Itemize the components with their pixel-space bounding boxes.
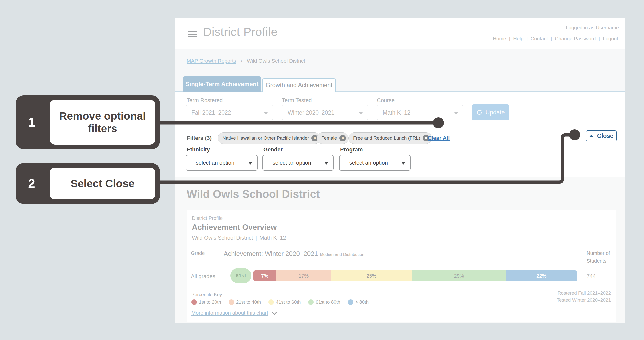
term-rostered-select[interactable]: Fall 2021–2022 [186,105,273,120]
legend-item: 61st to 80th [308,299,340,305]
filter-chip-label: Free and Reduced Lunch (FRL) [353,135,420,141]
rostered-footnote: Rostered Fall 2021–2022 [558,290,611,296]
legend-dot [348,299,354,305]
course-label: Course [377,97,395,104]
percentile-key-title: Percentile Key [192,292,222,297]
remove-filter-icon[interactable]: × [340,135,346,141]
nav-separator: | [526,36,528,42]
clear-all-link[interactable]: Clear All [428,135,450,141]
chevron-down-icon [325,162,328,165]
distribution-segment: 25% [331,270,412,281]
gender-label: Gender [263,146,282,153]
hamburger-menu-icon[interactable] [188,31,197,39]
distribution-segment: 22% [506,270,577,281]
card-eyebrow: District Profile [192,215,223,221]
card-subtitle: Wild Owls School District|Math K–12 [192,235,286,241]
chevron-down-icon [454,112,458,114]
chevron-down-icon [272,309,277,315]
nav-logout[interactable]: Logout [603,36,618,42]
filter-chip-label: Female [321,135,337,141]
district-heading: Wild Owls School District [187,188,320,200]
filter-chip-label: Native Hawaiian or Other Pacific Islande… [222,135,309,141]
table-border [187,245,616,245]
step-number: 2 [16,163,48,204]
filter-chip-program: Free and Reduced Lunch (FRL) × [348,132,432,144]
nav-help[interactable]: Help [513,36,524,42]
distribution-segment: 7% [253,270,276,281]
ethnicity-select[interactable]: -- select an option -- [186,155,258,171]
page-title: District Profile [203,25,278,39]
term-tested-label: Term Tested [282,97,312,104]
report-region: Wild Owls School District District Profi… [175,177,625,323]
legend-dot [268,299,274,305]
app-window: District Profile Logged in as Username H… [175,19,625,323]
step-number: 1 [16,95,48,149]
triangle-up-icon [589,135,594,137]
number-of-students-value: 744 [586,273,596,279]
nav-home[interactable]: Home [493,36,506,42]
breadcrumb: MAP Growth Reports › Wild Owls School Di… [187,58,305,64]
breadcrumb-link-map-growth-reports[interactable]: MAP Growth Reports [187,58,236,64]
term-tested-select[interactable]: Winter 2020–2021 [282,105,368,120]
percentile-key-legend: 1st to 20th 21st to 40th 41st to 60th 61… [192,299,369,305]
legend-item: 21st to 40th [229,299,261,305]
breadcrumb-current: Wild Owls School District [247,58,305,64]
more-information-link[interactable]: More information about this chart [192,310,275,316]
logged-in-status: Logged in as Username [566,25,619,31]
step-label: Select Close [48,165,158,202]
program-label: Program [340,146,363,153]
distribution-segment: 17% [276,270,331,281]
legend-item: 41st to 60th [268,299,300,305]
distribution-bar: 7% 17% 25% 29% 22% [253,270,577,281]
update-button[interactable]: Update [472,104,509,120]
legend-dot [229,299,234,305]
distribution-segment: 29% [412,270,506,281]
chevron-down-icon [402,162,405,165]
chevron-down-icon [264,112,268,114]
median-percentile-badge: 61st [230,268,251,283]
filter-chip-ethnicity: Native Hawaiian or Other Pacific Islande… [218,132,320,144]
nav-separator: | [551,36,552,42]
nav-separator: | [598,36,600,42]
legend-item: > 80th [348,299,369,305]
ethnicity-label: Ethnicity [187,146,210,153]
filters-count-label: Filters (3) [187,135,212,141]
annotation-callout-2: 2 Select Close [16,163,160,204]
step-label: Remove optional filters [48,98,158,147]
tested-footnote: Tested Winter 2020–2021 [557,297,611,303]
table-border [187,288,616,288]
legend-item: 1st to 20th [192,299,221,305]
tutorial-image: District Profile Logged in as Username H… [0,0,644,340]
tab-growth-and-achievement[interactable]: Growth and Achievement [262,79,336,92]
breadcrumb-chevron-icon: › [241,58,242,64]
achievement-overview-card: District Profile Achievement Overview Wi… [187,210,616,322]
table-border [220,245,220,288]
course-select[interactable]: Math K–12 [377,105,463,120]
nav-separator: | [509,36,510,42]
card-title: Achievement Overview [192,223,276,232]
table-border [187,265,616,265]
gender-select[interactable]: -- select an option -- [262,155,334,171]
close-filters-button[interactable]: Close [586,130,616,141]
program-select[interactable]: -- select an option -- [339,155,410,171]
refresh-icon [476,109,482,116]
app-header: District Profile Logged in as Username H… [175,19,625,49]
legend-dot [192,299,197,305]
tab-single-term-achievement[interactable]: Single-Term Achievement [183,77,261,92]
row-grade-label: All grades [191,273,216,279]
nav-contact[interactable]: Contact [531,36,548,42]
filter-chip-gender: Female × [316,132,349,144]
column-header-grade: Grade [191,250,205,256]
term-rostered-label: Term Rostered [187,97,223,104]
nav-change-password[interactable]: Change Password [555,36,596,42]
column-header-students: Number of Students [586,249,610,265]
legend-dot [308,299,314,305]
column-header-achievement: Achievement: Winter 2020–2021Median and … [224,250,364,257]
table-border [582,245,582,288]
annotation-callout-1: 1 Remove optional filters [16,95,160,149]
chevron-down-icon [248,162,252,165]
utility-nav: Home | Help | Contact | Change Password … [492,36,619,42]
chevron-down-icon [359,112,363,114]
